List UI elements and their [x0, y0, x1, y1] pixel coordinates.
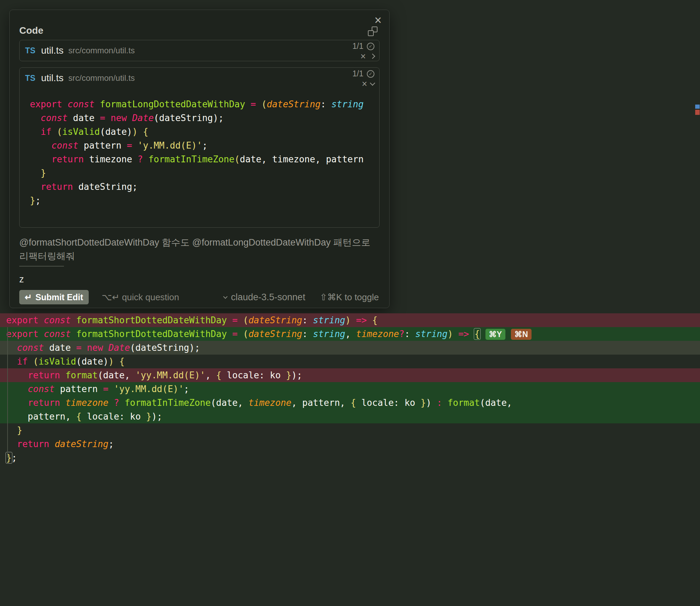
code-token [71, 329, 76, 339]
code-token [6, 370, 28, 380]
file-name: util.ts [41, 45, 63, 56]
code-token: = [103, 384, 109, 394]
reject-shortcut-badge[interactable]: ⌘N [511, 329, 532, 340]
code-token [62, 99, 68, 109]
enter-icon: ↵ [25, 292, 32, 302]
code-token: ); [292, 370, 302, 380]
code-token [30, 113, 41, 123]
generation-counter-row: 1/1 ✓ [352, 69, 374, 78]
prompt-line-2: 리팩터링해줘 [19, 249, 378, 263]
file-chip-2[interactable]: TS util.ts src/common/util.ts 1/1 ✓ × ex… [19, 67, 380, 228]
code-token: if [41, 127, 51, 137]
code-token: (date) [76, 356, 109, 367]
chip-actions-row: × [362, 79, 374, 88]
code-token: : [404, 329, 415, 339]
chip-actions-row: × [360, 52, 374, 61]
code-token [30, 140, 52, 151]
code-token: } [146, 411, 152, 422]
code-token [60, 398, 66, 408]
code-token: ; [184, 384, 189, 394]
code-token [127, 113, 132, 123]
edit-instruction-input[interactable]: z [19, 274, 24, 285]
code-token: ( [243, 315, 249, 325]
generation-counter: 1/1 [352, 69, 363, 78]
code-token: format [65, 370, 98, 380]
code-line: return dateString; [30, 180, 379, 194]
submit-edit-button[interactable]: ↵ Submit Edit [19, 290, 89, 304]
code-token: new [111, 113, 127, 123]
copy-icon[interactable] [368, 26, 378, 36]
collapse-chevron-icon[interactable] [370, 80, 375, 86]
code-token: date [68, 113, 100, 123]
code-token: = [127, 140, 132, 151]
close-icon[interactable]: × [374, 14, 382, 26]
code-token: locale: ko [81, 411, 146, 422]
code-token: = [232, 329, 238, 339]
code-token: ) [345, 315, 351, 325]
code-token: (date, [98, 370, 135, 380]
code-token: (date, [211, 398, 249, 408]
editor-diff-area[interactable]: export const formatShortDottedDateWithDa… [0, 313, 700, 465]
code-token: format [448, 398, 480, 408]
code-token [30, 168, 41, 178]
code-token: string [415, 329, 448, 339]
code-token: , [345, 329, 356, 339]
code-token: ; [108, 439, 114, 449]
code-token: export [6, 315, 39, 325]
prompt-line-1: @formatShortDottedDateWithDay 함수도 @forma… [19, 236, 378, 249]
code-token: ? [399, 329, 405, 339]
file-chip-1-header: TS util.ts src/common/util.ts 1/1 ✓ × [20, 40, 379, 61]
code-token: , [205, 370, 216, 380]
code-token: const [28, 384, 55, 394]
code-token: const [44, 329, 71, 339]
code-token: ; [12, 453, 17, 463]
prompt-divider [19, 266, 64, 267]
code-token [95, 99, 100, 109]
code-token: { [474, 329, 480, 339]
file-chip-1-controls: 1/1 ✓ × [352, 42, 374, 61]
copy-icon-front [368, 30, 374, 36]
code-token [227, 315, 232, 325]
code-token: 'y.MM.dd(E)' [138, 140, 202, 151]
code-token: : [320, 99, 331, 109]
code-token: string [313, 315, 345, 325]
quick-question-button[interactable]: ⌥↵ quick question [102, 292, 179, 303]
ruler-mark-added [695, 105, 700, 109]
code-token: { [216, 370, 222, 380]
generation-counter-row: 1/1 ✓ [352, 42, 374, 51]
chevron-down-icon [223, 294, 228, 299]
code-line: export const formatShortDottedDateWithDa… [0, 327, 700, 341]
remove-file-icon[interactable]: × [360, 52, 366, 61]
code-line: export const formatShortDottedDateWithDa… [0, 313, 700, 327]
code-token [138, 127, 143, 137]
code-line: export const formatLongDottedDateWithDay… [30, 97, 379, 111]
model-selector[interactable]: claude-3.5-sonnet [224, 292, 305, 303]
code-token: => [458, 329, 469, 339]
code-token: dateString [55, 439, 109, 449]
code-token: dateString [248, 329, 302, 339]
code-token: ( [33, 356, 39, 367]
code-line: pattern, { locale: ko }); [0, 410, 700, 423]
code-token: = [232, 315, 238, 325]
indent-guide [7, 327, 8, 458]
code-token: formatInTimeZone [124, 398, 210, 408]
code-token: export [30, 99, 62, 109]
code-token: formatShortDottedDateWithDay [76, 315, 227, 325]
code-token: } [286, 370, 292, 380]
code-token [103, 343, 109, 353]
code-token: isValid [62, 127, 100, 137]
remove-file-icon[interactable]: × [362, 80, 367, 88]
toggle-hint: ⇧⌘K to toggle [320, 292, 379, 303]
code-token [81, 343, 87, 353]
code-token [39, 315, 44, 325]
code-token: { [119, 356, 125, 367]
code-line: } [30, 166, 379, 180]
file-chip-1[interactable]: TS util.ts src/common/util.ts 1/1 ✓ × [19, 40, 380, 61]
code-token [49, 439, 55, 449]
expand-chevron-icon[interactable] [370, 54, 375, 59]
code-token: : [302, 315, 313, 325]
code-token: return [41, 182, 73, 192]
accept-shortcut-badge[interactable]: ⌘Y [485, 329, 505, 340]
code-token: = [100, 113, 106, 123]
code-line: const pattern = 'y.MM.dd(E)'; [30, 139, 379, 152]
